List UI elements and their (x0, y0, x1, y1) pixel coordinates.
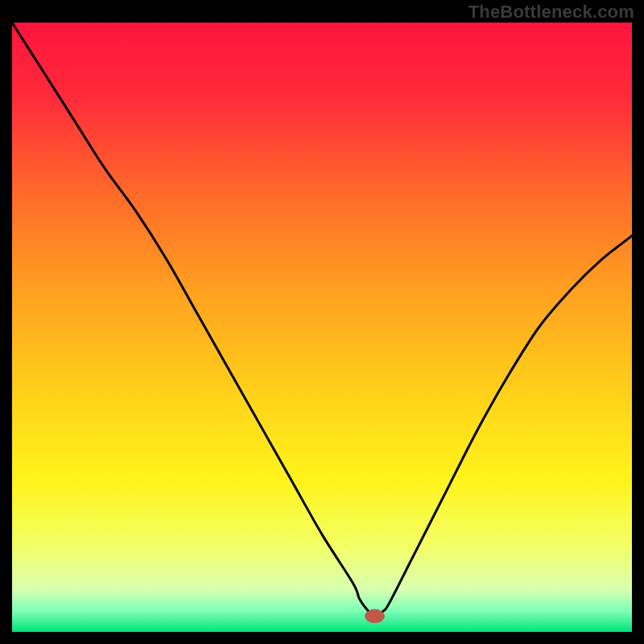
plot-area (12, 23, 632, 632)
watermark-text: TheBottleneck.com (469, 2, 634, 23)
chart-frame: TheBottleneck.com (0, 0, 644, 644)
optimum-marker (365, 609, 385, 623)
plot-svg (12, 23, 632, 632)
bottom-border (0, 632, 644, 644)
